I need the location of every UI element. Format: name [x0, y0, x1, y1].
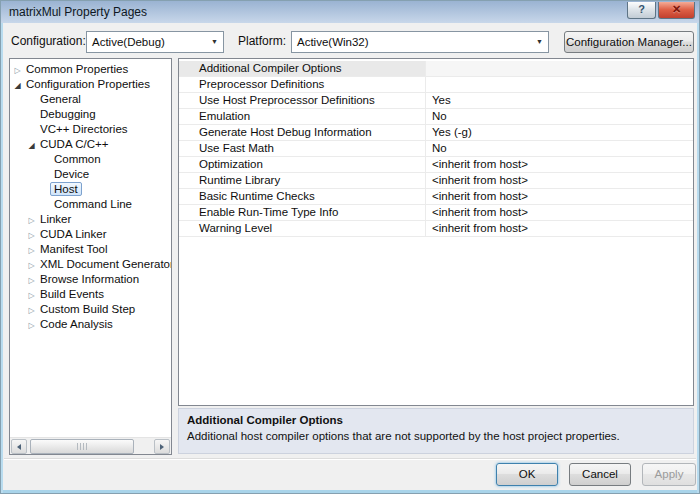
close-icon[interactable]: ✕: [658, 2, 695, 19]
property-row[interactable]: Preprocessor Definitions: [179, 77, 693, 93]
tree-item-vcpp-directories[interactable]: VC++ Directories: [10, 122, 171, 137]
expander-collapsed-icon[interactable]: [12, 62, 23, 78]
titlebar[interactable]: matrixMul Property Pages ? ✕: [1, 1, 699, 23]
property-name[interactable]: Basic Runtime Checks: [179, 189, 426, 204]
property-value[interactable]: <inherit from host>: [426, 221, 693, 236]
apply-button[interactable]: Apply: [642, 463, 696, 486]
expander-collapsed-icon[interactable]: [26, 212, 37, 228]
configuration-dropdown[interactable]: Active(Debug) ▼: [86, 31, 224, 53]
tree-item-xml-document-generator[interactable]: XML Document Generator: [10, 257, 171, 272]
property-row[interactable]: Runtime Library<inherit from host>: [179, 173, 693, 189]
property-name[interactable]: Warning Level: [179, 221, 426, 236]
expander-collapsed-icon[interactable]: [26, 302, 37, 318]
scrollbar-grip-icon: [77, 443, 87, 450]
property-value[interactable]: <inherit from host>: [426, 189, 693, 204]
property-value[interactable]: <inherit from host>: [426, 173, 693, 188]
expander-collapsed-icon[interactable]: [26, 242, 37, 258]
expander-collapsed-icon[interactable]: [26, 287, 37, 303]
property-name[interactable]: Enable Run-Time Type Info: [179, 205, 426, 220]
property-row[interactable]: Enable Run-Time Type Info<inherit from h…: [179, 205, 693, 221]
property-value[interactable]: [426, 77, 693, 92]
expander-collapsed-icon[interactable]: [26, 317, 37, 333]
tree-item-cuda-linker[interactable]: CUDA Linker: [10, 227, 171, 242]
tree-item-browse-information[interactable]: Browse Information: [10, 272, 171, 287]
tree-item-configuration-properties[interactable]: Configuration Properties: [10, 77, 171, 92]
expander-collapsed-icon[interactable]: [26, 227, 37, 243]
tree-item-linker[interactable]: Linker: [10, 212, 171, 227]
platform-dropdown-value: Active(Win32): [297, 36, 369, 48]
tree-item-common[interactable]: Common: [10, 152, 171, 167]
property-grid: Additional Compiler Options Preprocessor…: [178, 58, 694, 406]
cancel-button[interactable]: Cancel: [569, 463, 631, 486]
property-row[interactable]: Basic Runtime Checks<inherit from host>: [179, 189, 693, 205]
property-name[interactable]: Generate Host Debug Information: [179, 125, 426, 140]
scroll-left-button[interactable]: [11, 439, 27, 454]
property-name[interactable]: Emulation: [179, 109, 426, 124]
property-row[interactable]: Use Host Preprocessor DefinitionsYes: [179, 93, 693, 109]
platform-label: Platform:: [238, 34, 286, 48]
platform-dropdown[interactable]: Active(Win32) ▼: [291, 31, 549, 53]
scrollbar-thumb[interactable]: [30, 439, 134, 454]
property-value[interactable]: <inherit from host>: [426, 205, 693, 220]
tree-item-common-properties[interactable]: Common Properties: [10, 62, 171, 77]
tree-item-cuda-c-cpp[interactable]: CUDA C/C++: [10, 137, 171, 152]
footer-separator: [4, 458, 696, 459]
chevron-down-icon: ▼: [536, 33, 543, 51]
tree-item-debugging[interactable]: Debugging: [10, 107, 171, 122]
property-row[interactable]: Use Fast MathNo: [179, 141, 693, 157]
tree-item-manifest-tool[interactable]: Manifest Tool: [10, 242, 171, 257]
property-value[interactable]: [426, 61, 693, 76]
window-title: matrixMul Property Pages: [9, 1, 147, 23]
tree-item-device[interactable]: Device: [10, 167, 171, 182]
tree-horizontal-scrollbar[interactable]: [10, 437, 171, 454]
property-name[interactable]: Use Host Preprocessor Definitions: [179, 93, 426, 108]
tree-item-code-analysis[interactable]: Code Analysis: [10, 317, 171, 332]
description-text: Additional host compiler options that ar…: [187, 430, 685, 442]
expander-expanded-icon[interactable]: [12, 77, 23, 93]
property-pages-dialog: matrixMul Property Pages ? ✕ Configurati…: [0, 0, 700, 494]
property-description-panel: Additional Compiler Options Additional h…: [178, 408, 694, 454]
triangle-right-icon: [160, 444, 164, 450]
property-value[interactable]: <inherit from host>: [426, 157, 693, 172]
property-row[interactable]: Additional Compiler Options: [179, 61, 693, 77]
expander-expanded-icon[interactable]: [26, 137, 37, 153]
property-value[interactable]: No: [426, 141, 693, 156]
description-title: Additional Compiler Options: [187, 414, 685, 426]
configuration-dropdown-value: Active(Debug): [92, 36, 165, 48]
expander-collapsed-icon[interactable]: [26, 257, 37, 273]
ok-button[interactable]: OK: [496, 463, 558, 486]
configuration-manager-button[interactable]: Configuration Manager...: [564, 31, 694, 53]
property-row[interactable]: EmulationNo: [179, 109, 693, 125]
tree-item-general[interactable]: General: [10, 92, 171, 107]
triangle-left-icon: [17, 444, 21, 450]
expander-collapsed-icon[interactable]: [26, 272, 37, 288]
property-name[interactable]: Additional Compiler Options: [179, 61, 426, 76]
property-value[interactable]: Yes: [426, 93, 693, 108]
tree-item-host[interactable]: Host: [10, 182, 171, 197]
configuration-label: Configuration:: [11, 34, 86, 48]
property-name[interactable]: Use Fast Math: [179, 141, 426, 156]
property-tree: Common Properties Configuration Properti…: [9, 58, 172, 455]
tree-item-build-events[interactable]: Build Events: [10, 287, 171, 302]
scroll-right-button[interactable]: [154, 439, 170, 454]
property-name[interactable]: Runtime Library: [179, 173, 426, 188]
property-value[interactable]: No: [426, 109, 693, 124]
property-name[interactable]: Optimization: [179, 157, 426, 172]
property-value[interactable]: Yes (-g): [426, 125, 693, 140]
selected-tree-item-highlight[interactable]: Host: [50, 182, 82, 196]
property-row[interactable]: Warning Level<inherit from host>: [179, 221, 693, 237]
tree-item-command-line[interactable]: Command Line: [10, 197, 171, 212]
tree-item-custom-build-step[interactable]: Custom Build Step: [10, 302, 171, 317]
help-icon[interactable]: ?: [627, 2, 656, 19]
property-row[interactable]: Optimization<inherit from host>: [179, 157, 693, 173]
property-row[interactable]: Generate Host Debug InformationYes (-g): [179, 125, 693, 141]
chevron-down-icon: ▼: [211, 33, 218, 51]
property-name[interactable]: Preprocessor Definitions: [179, 77, 426, 92]
